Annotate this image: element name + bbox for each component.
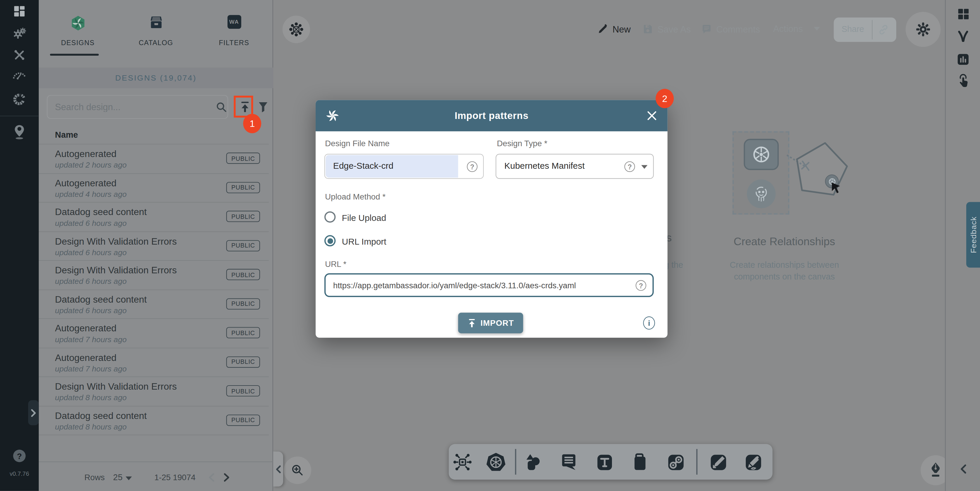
grid-four-icon: [956, 8, 970, 21]
visibility-badge: PUBLIC: [226, 269, 260, 280]
canvas-settings-button[interactable]: [906, 12, 941, 47]
design-row[interactable]: Autogenerated updated 7 hours ago PUBLIC: [39, 348, 269, 377]
design-row[interactable]: Autogenerated updated 2 hours ago PUBLIC: [39, 144, 269, 174]
toolbar-note-button[interactable]: [628, 451, 651, 473]
save-as-button[interactable]: Save As: [643, 24, 691, 34]
component-spinner-icon: [288, 21, 304, 38]
share-label: Share: [834, 24, 872, 34]
design-row[interactable]: Design With Validation Errors updated 8 …: [39, 377, 269, 406]
url-import-radio[interactable]: [325, 235, 336, 246]
help-icon[interactable]: ?: [636, 280, 646, 291]
cursor-icon: [831, 183, 842, 195]
toolbar-pencil-button[interactable]: [742, 451, 765, 473]
design-row[interactable]: Datadog seed content updated 8 hours ago…: [39, 406, 269, 435]
actions-label: Actions: [773, 24, 803, 34]
design-file-name-field[interactable]: Edge-Stack-crd ?: [325, 154, 484, 179]
meshery-mascot-illustration: [747, 180, 776, 208]
rail-collapse-button[interactable]: [946, 464, 980, 474]
step1-badge: 1: [243, 114, 261, 133]
design-name: Datadog seed content: [55, 206, 147, 217]
save-as-label: Save As: [658, 24, 691, 34]
new-button[interactable]: New: [598, 24, 631, 34]
modal-close-button[interactable]: [645, 109, 659, 123]
design-type-select[interactable]: Kubernetes Manifest ?: [496, 154, 654, 179]
overlapping-notes-icon: [631, 453, 649, 471]
design-row[interactable]: Autogenerated updated 4 hours ago PUBLIC: [39, 174, 269, 202]
rail-components-button[interactable]: [946, 8, 980, 21]
toolbar-kubernetes-button[interactable]: [484, 451, 507, 473]
rail-interact-button[interactable]: [946, 73, 980, 88]
visibility-badge: PUBLIC: [226, 327, 260, 338]
zoom-in-button[interactable]: [284, 456, 311, 484]
sidebar-item-lifecycle[interactable]: [0, 27, 39, 41]
rail-dashboard-button[interactable]: [946, 53, 980, 66]
design-updated: updated 6 hours ago: [55, 219, 127, 228]
comments-label: Comments: [716, 24, 760, 34]
tab-catalog[interactable]: CATALOG: [117, 0, 195, 62]
share-button-group[interactable]: Share: [834, 18, 896, 42]
search-button[interactable]: [213, 99, 229, 115]
previous-page-button[interactable]: [205, 471, 218, 483]
design-row[interactable]: Datadog seed content updated 6 hours ago…: [39, 290, 269, 319]
design-type-value: Kubernetes Manifest: [504, 161, 585, 171]
sidebar-item-performance[interactable]: [0, 70, 39, 80]
design-row[interactable]: Autogenerated updated 7 hours ago PUBLIC: [39, 319, 269, 348]
toolbar-text-button[interactable]: [593, 451, 616, 473]
toolbar-comment-button[interactable]: [557, 451, 580, 473]
toolbar-divider: [696, 449, 697, 475]
designs-panel: DESIGNS CATALOG WA FILTERS DESIGNS (19,0…: [39, 0, 273, 491]
design-type-label: Design Type *: [497, 139, 547, 148]
visibility-badge: PUBLIC: [226, 153, 260, 164]
tab-filters[interactable]: WA FILTERS: [195, 0, 273, 62]
file-upload-label[interactable]: File Upload: [342, 213, 386, 223]
segmented-donut-icon: [13, 92, 26, 106]
toolbar-pen-tool-button[interactable]: [707, 451, 729, 473]
import-button-label: IMPORT: [480, 318, 514, 328]
url-import-label[interactable]: URL Import: [342, 236, 387, 246]
rail-validate-button[interactable]: [946, 30, 980, 44]
toolbar-shapes-button[interactable]: [522, 451, 544, 473]
gears-icon: [13, 27, 26, 41]
design-updated: updated 7 hours ago: [55, 364, 127, 373]
page-size-select[interactable]: 25: [113, 473, 123, 482]
page-size-caret-icon[interactable]: [126, 477, 132, 480]
design-row[interactable]: Design With Validation Errors updated 6 …: [39, 232, 269, 261]
funnel-icon: [258, 101, 269, 113]
tools-icon: [13, 49, 26, 61]
page-range: 1-25 19074: [154, 473, 195, 482]
url-input[interactable]: [325, 273, 654, 297]
feedback-tab[interactable]: Feedback: [966, 202, 980, 268]
design-row[interactable]: Design With Validation Errors updated 6 …: [39, 261, 269, 290]
visibility-badge: PUBLIC: [226, 210, 260, 222]
tab-designs[interactable]: DESIGNS: [39, 0, 117, 62]
help-icon[interactable]: ?: [467, 161, 477, 172]
sidebar-item-explore[interactable]: [0, 124, 39, 140]
sidebar-item-dashboard[interactable]: [0, 5, 39, 18]
file-upload-radio[interactable]: [325, 211, 336, 222]
onboarding-line1: Create relationships between: [697, 260, 872, 269]
toolbar-components-button[interactable]: [451, 451, 474, 473]
actions-caret-icon: [813, 27, 819, 31]
panel-collapse-button[interactable]: [273, 451, 283, 486]
actions-menu-button[interactable]: Actions: [773, 24, 819, 34]
next-page-button[interactable]: [220, 471, 232, 483]
meshery-app: ? v0.7.76 DESIGNS CATALOG WA FILTERS DES…: [0, 0, 980, 491]
import-button[interactable]: IMPORT: [458, 312, 523, 333]
info-icon[interactable]: i: [643, 316, 655, 330]
comments-button[interactable]: Comments: [701, 24, 760, 34]
sidebar-item-configuration[interactable]: [0, 49, 39, 61]
feedback-label: Feedback: [969, 217, 978, 253]
canvas-loader-button[interactable]: [283, 16, 310, 43]
onboarding-title: Create Relationships: [706, 235, 862, 249]
pen-nib-icon: [928, 461, 944, 479]
design-name: Design With Validation Errors: [55, 381, 177, 391]
help-icon[interactable]: ?: [624, 161, 635, 172]
filter-button[interactable]: [255, 99, 271, 115]
toolbar-link-button[interactable]: [664, 451, 687, 473]
search-input[interactable]: [47, 95, 228, 119]
help-button[interactable]: ?: [0, 450, 39, 462]
design-row[interactable]: Datadog seed content updated 6 hours ago…: [39, 203, 269, 232]
shapes-icon: [523, 452, 543, 472]
sidebar-expand-button[interactable]: [28, 400, 39, 425]
sidebar-item-patterns[interactable]: [0, 92, 39, 106]
